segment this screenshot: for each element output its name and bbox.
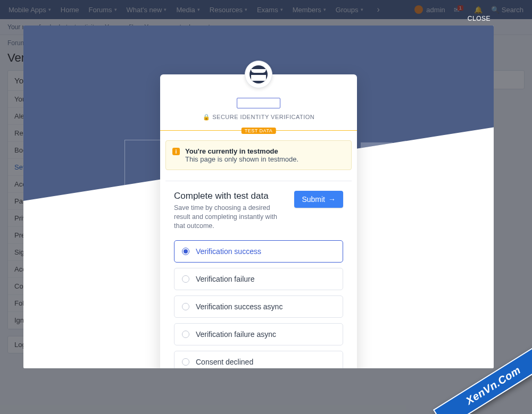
hero-decoration bbox=[361, 142, 393, 180]
radio-icon bbox=[182, 358, 189, 366]
section-title: Complete with test data bbox=[174, 191, 286, 201]
merchant-logo-wrap bbox=[245, 61, 272, 88]
brand-placeholder bbox=[237, 98, 280, 108]
option-label: Consent declined bbox=[196, 358, 253, 366]
option-label: Verification failure bbox=[196, 275, 255, 283]
radio-icon bbox=[182, 248, 189, 255]
radio-icon bbox=[182, 275, 189, 283]
testmode-divider: TEST DATA bbox=[160, 130, 357, 131]
complete-section: Complete with test data Save time by cho… bbox=[165, 181, 352, 231]
verification-card: 🔒SECURE IDENTITY VERIFICATION TEST DATA … bbox=[160, 74, 357, 368]
secure-text: SECURE IDENTITY VERIFICATION bbox=[212, 114, 314, 120]
section-desc: Save time by choosing a desired result a… bbox=[174, 204, 286, 231]
options-list: Verification success Verification failur… bbox=[165, 240, 352, 368]
info-icon: i bbox=[172, 148, 180, 155]
option-label: Verification success bbox=[196, 247, 261, 256]
option-consent-declined[interactable]: Consent declined bbox=[174, 351, 343, 368]
option-success[interactable]: Verification success bbox=[174, 240, 343, 263]
lock-icon: 🔒 bbox=[203, 114, 211, 120]
testmode-badge: TEST DATA bbox=[242, 128, 276, 134]
radio-icon bbox=[182, 331, 189, 338]
radio-icon bbox=[182, 303, 189, 310]
option-failure-async[interactable]: Verification failure async bbox=[174, 323, 343, 345]
merchant-logo-icon bbox=[250, 65, 268, 83]
option-success-async[interactable]: Verification success async bbox=[174, 295, 343, 318]
arrow-right-icon: → bbox=[328, 195, 336, 204]
secure-line: 🔒SECURE IDENTITY VERIFICATION bbox=[160, 108, 357, 130]
close-button[interactable]: CLOSE bbox=[468, 15, 491, 22]
option-label: Verification failure async bbox=[196, 330, 276, 339]
brand-frame bbox=[160, 98, 357, 108]
option-failure[interactable]: Verification failure bbox=[174, 268, 343, 290]
option-label: Verification success async bbox=[196, 302, 282, 311]
notice-body: This page is only shown in testmode. bbox=[185, 155, 298, 163]
modal: 🔒SECURE IDENTITY VERIFICATION TEST DATA … bbox=[23, 26, 494, 368]
submit-button[interactable]: Submit → bbox=[294, 191, 343, 208]
notice-title: You're currently in testmode bbox=[185, 147, 298, 155]
submit-label: Submit bbox=[302, 195, 325, 204]
testmode-notice: i You're currently in testmode This page… bbox=[165, 140, 352, 170]
